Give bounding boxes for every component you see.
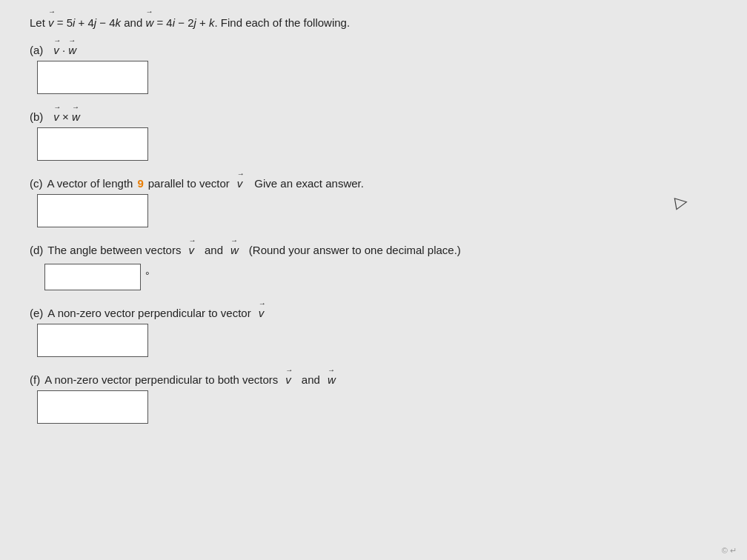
part-d-desc2: (Round your answer to one decimal place.… bbox=[249, 244, 461, 256]
part-e-paren: (e) bbox=[30, 307, 43, 319]
v-vector-c: →v bbox=[237, 177, 243, 190]
v-vector-intro: → v bbox=[48, 15, 54, 32]
watermark: © ↵ bbox=[722, 546, 737, 556]
v-vector-e: →v bbox=[259, 307, 265, 319]
part-d-and: and bbox=[205, 244, 223, 256]
part-a: (a) →v · →w bbox=[30, 44, 717, 94]
part-d-answer-box[interactable] bbox=[44, 264, 141, 290]
page: Let → v = 5i + 4j − 4k and → w = 4i − 2j… bbox=[0, 0, 747, 560]
part-d: (d) The angle between vectors →v and →w … bbox=[30, 244, 717, 290]
part-c-desc1: A vector of length bbox=[47, 177, 133, 190]
part-e-label: (e) A non-zero vector perpendicular to v… bbox=[30, 307, 717, 319]
part-f-answer-box[interactable] bbox=[37, 390, 148, 424]
part-a-label: (a) →v · →w bbox=[30, 44, 717, 56]
dot-product-symbol: · bbox=[62, 44, 68, 56]
part-c-label: (c) A vector of length 9 parallel to vec… bbox=[30, 177, 717, 190]
w-vector-f: →w bbox=[328, 373, 336, 386]
cross-product-symbol: × bbox=[62, 110, 72, 123]
part-d-paren: (d) bbox=[30, 244, 43, 256]
part-c-paren: (c) bbox=[30, 177, 43, 190]
v-vector-f: →v bbox=[285, 373, 291, 386]
part-e-desc1: A non-zero vector perpendicular to vecto… bbox=[47, 307, 250, 319]
part-c: (c) A vector of length 9 parallel to vec… bbox=[30, 177, 717, 227]
w-vector-a: →w bbox=[68, 44, 76, 56]
part-f-and: and bbox=[302, 373, 320, 386]
part-b-math: →v × →w bbox=[53, 110, 79, 123]
part-d-desc1: The angle between vectors bbox=[47, 244, 181, 256]
problem-intro: Let → v = 5i + 4j − 4k and → w = 4i − 2j… bbox=[30, 15, 717, 32]
intro-prefix: Let bbox=[30, 16, 48, 29]
part-c-desc2: parallel to vector bbox=[148, 177, 230, 190]
v-vector-a: →v bbox=[53, 44, 59, 56]
part-f-desc1: A non-zero vector perpendicular to both … bbox=[44, 373, 278, 386]
part-c-answer-box[interactable] bbox=[37, 194, 148, 227]
w-definition: = 4i − 2j + k. bbox=[156, 16, 220, 29]
connector: and bbox=[124, 16, 142, 29]
part-a-math: →v · →w bbox=[53, 44, 76, 56]
part-a-paren: (a) bbox=[30, 44, 43, 56]
v-vector-b: →v bbox=[53, 110, 59, 123]
part-c-desc3: Give an exact answer. bbox=[254, 177, 364, 190]
part-b-paren: (b) bbox=[30, 110, 43, 123]
degree-symbol: ° bbox=[145, 270, 150, 281]
w-vector-d: →w bbox=[230, 244, 239, 256]
part-f: (f) A non-zero vector perpendicular to b… bbox=[30, 373, 717, 424]
part-b: (b) →v × →w bbox=[30, 110, 717, 161]
part-d-input-row: ° bbox=[37, 261, 717, 290]
w-vector-b: →w bbox=[72, 110, 80, 123]
part-f-label: (f) A non-zero vector perpendicular to b… bbox=[30, 373, 717, 386]
part-e-answer-box[interactable] bbox=[37, 324, 148, 357]
w-vector-intro: → w bbox=[145, 15, 153, 32]
part-c-number: 9 bbox=[137, 177, 143, 190]
part-d-label: (d) The angle between vectors →v and →w … bbox=[30, 244, 717, 256]
v-vector-d: →v bbox=[188, 244, 194, 256]
part-f-paren: (f) bbox=[30, 373, 40, 386]
part-b-answer-box[interactable] bbox=[37, 127, 148, 161]
part-a-answer-box[interactable] bbox=[37, 61, 148, 94]
v-definition: = 5i + 4j − 4k bbox=[57, 16, 124, 29]
part-e: (e) A non-zero vector perpendicular to v… bbox=[30, 307, 717, 357]
part-b-label: (b) →v × →w bbox=[30, 110, 717, 123]
intro-suffix: Find each of the following. bbox=[221, 16, 350, 29]
